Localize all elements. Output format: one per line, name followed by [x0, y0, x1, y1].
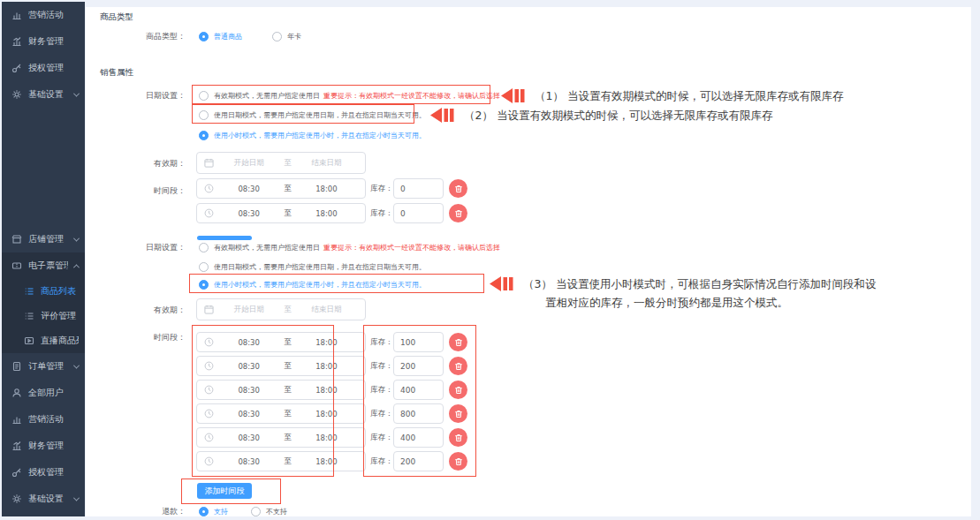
radio-unselected-icon	[199, 110, 209, 120]
warning-text: 重要提示：有效期模式一经设置不能修改，请确认后选择	[323, 91, 500, 101]
time-range-input[interactable]: 08:30 至 18:00	[196, 427, 366, 448]
sidebar-item-store-management[interactable]: 店铺管理	[2, 226, 85, 252]
main-panel: 商品类型 商品类型： 普通商品 年卡 销售属性 日期设置： 有效期模式，无需用户…	[86, 7, 971, 516]
validity-label: 有效期：	[86, 158, 186, 170]
chevron-down-icon	[73, 494, 80, 501]
stock-input[interactable]	[393, 356, 444, 376]
sidebar-item-finance-2[interactable]: 财务管理	[2, 433, 85, 459]
chart-icon	[11, 10, 22, 20]
time-range-input[interactable]: 08:30 至 18:00	[196, 451, 366, 471]
stock-input[interactable]	[393, 451, 444, 471]
radio-annual-card[interactable]: 年卡	[272, 32, 301, 41]
delete-timeslot-button[interactable]	[449, 179, 467, 198]
radio-selected-icon	[199, 32, 209, 41]
clock-icon	[204, 456, 214, 466]
radio-date-mode[interactable]: 使用日期模式，需要用户指定使用日期，并且在指定日期当天可用。	[199, 107, 426, 123]
product-type-radio-group: 普通商品 年卡	[199, 28, 301, 44]
range-separator: 至	[284, 208, 292, 219]
delete-timeslot-button[interactable]	[449, 428, 467, 447]
sidebar-item-basic-settings-2[interactable]: 基础设置	[2, 486, 85, 512]
sidebar-item-label: 授权管理	[28, 466, 79, 479]
chart-icon	[11, 441, 22, 451]
radio-validity-mode[interactable]: 有效期模式，无需用户指定使用日 重要提示：有效期模式一经设置不能修改，请确认后选…	[199, 87, 500, 103]
range-separator: 至	[284, 158, 292, 169]
chart-icon	[11, 36, 22, 47]
stock-input[interactable]	[393, 203, 444, 223]
sidebar: 营销活动 财务管理 授权管理 基础设置 店铺管理 电子票管理 商品列表 评价管理	[2, 2, 85, 516]
radio-refund-not-supported[interactable]: 不支持	[251, 507, 287, 516]
time-range-input[interactable]: 08:30 至 18:00	[196, 203, 366, 223]
radio-label: 支持	[214, 507, 228, 516]
refund-label: 退款：	[86, 506, 186, 517]
date-setting-label: 日期设置：	[86, 242, 186, 253]
date-range-input[interactable]: 开始日期 至 结束日期	[196, 298, 366, 320]
time-range-input[interactable]: 08:30 至 18:00	[196, 403, 366, 424]
delete-timeslot-button[interactable]	[449, 452, 467, 471]
sidebar-item-live-product-list[interactable]: 直播商品列表	[2, 328, 85, 353]
range-separator: 至	[284, 456, 292, 467]
delete-timeslot-button[interactable]	[449, 404, 467, 423]
product-type-label: 商品类型：	[86, 31, 186, 42]
delete-timeslot-button[interactable]	[449, 204, 467, 222]
stock-input[interactable]	[393, 332, 444, 352]
add-timeslot-button[interactable]: 添加时间段	[197, 483, 252, 499]
stock-label: 库存：	[370, 337, 393, 348]
sidebar-item-label: 电子票管理	[28, 260, 68, 272]
stock-input[interactable]	[393, 427, 444, 448]
trash-icon	[454, 433, 463, 442]
time-range-input[interactable]: 08:30 至 18:00	[196, 356, 366, 376]
document-icon	[11, 361, 22, 372]
start-date-placeholder: 开始日期	[217, 158, 280, 169]
date-range-input[interactable]: 开始日期 至 结束日期	[196, 152, 366, 174]
range-separator: 至	[284, 409, 292, 419]
annotation-arrow-left-icon	[430, 108, 457, 123]
range-separator: 至	[284, 385, 292, 396]
radio-unselected-icon	[199, 262, 209, 272]
sidebar-item-product-list[interactable]: 商品列表	[2, 279, 85, 304]
trash-icon	[454, 185, 463, 193]
validity-label: 有效期：	[86, 305, 186, 316]
calendar-icon	[204, 158, 214, 168]
delete-timeslot-button[interactable]	[449, 357, 467, 375]
sidebar-item-marketing-2[interactable]: 营销活动	[2, 406, 85, 433]
sidebar-item-label: 商品列表	[41, 285, 79, 298]
date-setting-label: 日期设置：	[86, 90, 186, 102]
radio-normal-product[interactable]: 普通商品	[199, 32, 242, 41]
sidebar-item-authorization[interactable]: 授权管理	[2, 55, 85, 81]
trash-icon	[454, 338, 463, 347]
sidebar-item-authorization-2[interactable]: 授权管理	[2, 459, 85, 486]
trash-icon	[454, 209, 463, 218]
sidebar-item-eticket-management[interactable]: 电子票管理	[2, 252, 85, 279]
timeslot-row: 08:30 至 18:00 库存：	[196, 203, 467, 223]
delete-timeslot-button[interactable]	[449, 333, 467, 351]
radio-refund-supported[interactable]: 支持	[199, 507, 228, 516]
time-range-input[interactable]: 08:30 至 18:00	[196, 380, 366, 400]
sidebar-item-basic-settings[interactable]: 基础设置	[2, 81, 85, 108]
start-time: 08:30	[217, 185, 280, 193]
end-time: 18:00	[295, 185, 358, 193]
time-range-input[interactable]: 08:30 至 18:00	[196, 178, 366, 199]
radio-hour-mode[interactable]: 使用小时模式，需要用户指定使用小时，并且在指定小时当天可用。	[199, 276, 426, 292]
sidebar-item-order-management[interactable]: 订单管理	[2, 353, 85, 380]
radio-validity-mode[interactable]: 有效期模式，无需用户指定使用日 重要提示：有效期模式一经设置不能修改，请确认后选…	[199, 239, 500, 255]
key-icon	[11, 467, 22, 478]
sidebar-item-finance[interactable]: 财务管理	[2, 28, 85, 55]
radio-date-mode[interactable]: 使用日期模式，需要用户指定使用日期，并且在指定日期当天可用。	[199, 259, 426, 275]
sidebar-item-review-management[interactable]: 评价管理	[2, 304, 85, 328]
trash-icon	[454, 457, 463, 466]
range-separator: 至	[284, 361, 292, 372]
time-range-input[interactable]: 08:30 至 18:00	[196, 332, 366, 352]
clock-icon	[204, 337, 214, 347]
radio-hour-mode[interactable]: 使用小时模式，需要用户指定使用小时，并且在指定小时当天可用。	[199, 127, 426, 143]
radio-label: 使用小时模式，需要用户指定使用小时，并且在指定小时当天可用。	[214, 280, 426, 290]
sidebar-item-marketing[interactable]: 营销活动	[2, 2, 85, 28]
stock-input[interactable]	[393, 403, 444, 424]
stock-input[interactable]	[393, 380, 444, 400]
start-time: 08:30	[217, 209, 280, 218]
gear-icon	[11, 494, 22, 504]
radio-label: 使用小时模式，需要用户指定使用小时，并且在指定小时当天可用。	[214, 131, 426, 140]
stock-input[interactable]	[393, 178, 444, 199]
delete-timeslot-button[interactable]	[449, 381, 467, 399]
sidebar-item-all-users[interactable]: 全部用户	[2, 380, 85, 406]
end-date-placeholder: 结束日期	[295, 305, 358, 315]
